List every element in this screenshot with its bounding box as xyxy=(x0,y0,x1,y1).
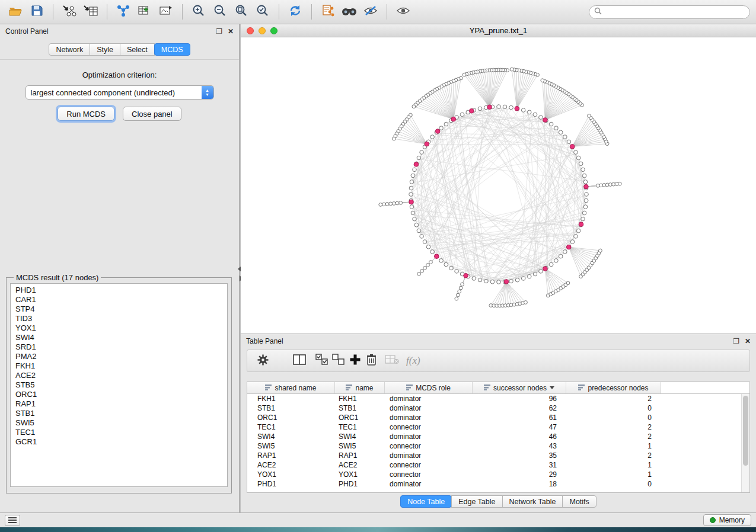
export-image-button[interactable] xyxy=(157,2,176,21)
close-table-panel-icon[interactable]: ✕ xyxy=(745,338,751,345)
search-input[interactable] xyxy=(605,7,745,17)
memory-button[interactable]: Memory xyxy=(703,514,751,526)
table-cell: YOX1 xyxy=(247,470,335,479)
tab-motifs[interactable]: Motifs xyxy=(562,495,596,508)
table-row[interactable]: PHD1PHD1dominator180 xyxy=(247,479,741,489)
tab-select[interactable]: Select xyxy=(120,43,155,56)
save-button[interactable] xyxy=(27,2,46,21)
table-cell: 29 xyxy=(473,470,566,479)
table-cell: dominator xyxy=(385,404,473,412)
list-item[interactable]: STB5 xyxy=(15,380,222,390)
network-window-titlebar[interactable]: YPA_prune.txt_1 xyxy=(241,24,756,37)
tab-mcds[interactable]: MCDS xyxy=(154,43,190,56)
toolbar-separator xyxy=(311,4,312,20)
tab-network[interactable]: Network xyxy=(49,43,90,56)
mcds-result-list[interactable]: PHD1CAR1STP4TID3YOX1SWI4SRD1PMA2FKH1ACE2… xyxy=(10,283,228,487)
table-cell: TEC1 xyxy=(247,423,335,431)
create-column-button[interactable] xyxy=(347,352,363,369)
main-toolbar xyxy=(0,0,756,24)
plus-icon xyxy=(349,354,361,368)
delete-column-button[interactable] xyxy=(363,352,380,369)
list-item[interactable]: TEC1 xyxy=(15,428,222,437)
close-panel-icon[interactable]: ✕ xyxy=(228,28,234,35)
table-row[interactable]: SWI4SWI4dominator462 xyxy=(247,432,741,441)
new-network-button[interactable] xyxy=(114,2,133,21)
unchecked-boxes-icon xyxy=(332,354,345,368)
copy-style-button[interactable] xyxy=(318,2,337,21)
list-item[interactable]: SWI4 xyxy=(15,333,222,342)
table-cell: RAP1 xyxy=(335,451,385,460)
table-row[interactable]: FKH1FKH1dominator962 xyxy=(247,394,741,403)
column-header-filler xyxy=(661,382,749,393)
toolbar-separator xyxy=(182,4,183,20)
memory-label: Memory xyxy=(719,516,745,524)
table-row[interactable]: ACE2ACE2connector311 xyxy=(247,460,741,470)
zoom-out-button[interactable] xyxy=(210,2,229,21)
list-item[interactable]: SRD1 xyxy=(15,342,222,352)
table-row[interactable]: ORC1ORC1dominator610 xyxy=(247,413,741,422)
zoom-fit-button[interactable] xyxy=(232,2,251,21)
node-table: shared name name MCDS role successor nod… xyxy=(247,382,750,493)
list-item[interactable]: STB1 xyxy=(15,409,222,418)
table-scrollbar[interactable] xyxy=(741,394,749,492)
float-table-panel-icon[interactable]: ❐ xyxy=(733,338,739,345)
control-tabs: NetworkStyleSelectMCDS xyxy=(0,43,239,60)
search-network-button[interactable] xyxy=(340,2,359,21)
column-header-shared-name[interactable]: shared name xyxy=(247,382,335,393)
tab-network-table[interactable]: Network Table xyxy=(502,495,563,508)
list-item[interactable]: FKH1 xyxy=(15,361,222,371)
list-item[interactable]: ACE2 xyxy=(15,371,222,380)
close-panel-button[interactable]: Close panel xyxy=(123,107,181,121)
table-row[interactable]: STB1STB1dominator620 xyxy=(247,403,741,413)
control-panel: Control Panel ❐ ✕ NetworkStyleSelectMCDS… xyxy=(0,24,239,512)
show-graphics-button[interactable] xyxy=(394,2,413,21)
tab-node-table[interactable]: Node Table xyxy=(400,495,452,508)
open-file-button[interactable] xyxy=(6,2,25,21)
list-item[interactable]: PMA2 xyxy=(15,352,222,361)
table-row[interactable]: RAP1RAP1dominator352 xyxy=(247,451,741,460)
column-header-mcds-role[interactable]: MCDS role xyxy=(385,382,473,393)
import-network-button[interactable] xyxy=(60,2,79,21)
zoom-in-button[interactable] xyxy=(189,2,208,21)
new-table-icon xyxy=(137,4,152,20)
list-item[interactable]: GCR1 xyxy=(15,437,222,447)
list-item[interactable]: RAP1 xyxy=(15,399,222,409)
table-cell: 2 xyxy=(566,395,661,403)
select-all-columns-button[interactable] xyxy=(314,352,330,369)
tab-style[interactable]: Style xyxy=(90,43,120,56)
table-cell: SWI4 xyxy=(335,432,385,441)
column-header-predecessor-nodes[interactable]: predecessor nodes xyxy=(566,382,661,393)
refresh-button[interactable] xyxy=(286,2,305,21)
list-item[interactable]: STP4 xyxy=(15,305,222,314)
table-row[interactable]: SWI5SWI5connector431 xyxy=(247,441,741,451)
criterion-dropdown[interactable]: largest connected component (undirected)… xyxy=(25,85,214,100)
list-item[interactable]: TID3 xyxy=(15,314,222,323)
run-mcds-button[interactable]: Run MCDS xyxy=(58,107,114,121)
zoom-selected-button[interactable] xyxy=(253,2,272,21)
list-item[interactable]: ORC1 xyxy=(15,390,222,399)
table-cell: 61 xyxy=(473,414,566,422)
search-box[interactable] xyxy=(589,5,750,19)
float-panel-icon[interactable]: ❐ xyxy=(216,28,222,35)
table-settings-button[interactable] xyxy=(254,352,271,369)
table-row[interactable]: YOX1YOX1connector291 xyxy=(247,470,741,479)
scrollbar-thumb[interactable] xyxy=(743,396,748,466)
tab-edge-table[interactable]: Edge Table xyxy=(451,495,502,508)
network-canvas[interactable] xyxy=(241,37,756,334)
list-item[interactable]: YOX1 xyxy=(15,323,222,333)
list-item[interactable]: CAR1 xyxy=(15,295,222,305)
show-column-button[interactable] xyxy=(291,352,308,369)
list-item[interactable]: SWI5 xyxy=(15,418,222,428)
task-history-button[interactable] xyxy=(5,515,20,526)
copy-document-icon xyxy=(321,4,335,20)
toolbar-separator xyxy=(279,4,279,20)
list-item[interactable]: PHD1 xyxy=(15,286,222,295)
column-header-name[interactable]: name xyxy=(335,382,385,393)
hide-annotations-button[interactable] xyxy=(361,2,380,21)
deselect-all-columns-button[interactable] xyxy=(330,352,347,369)
table-row[interactable]: TEC1TEC1connector472 xyxy=(247,422,741,432)
eye-slash-icon xyxy=(363,4,378,20)
column-header-successor-nodes[interactable]: successor nodes xyxy=(473,382,566,393)
new-table-button[interactable] xyxy=(135,2,154,21)
import-table-button[interactable] xyxy=(81,2,100,21)
